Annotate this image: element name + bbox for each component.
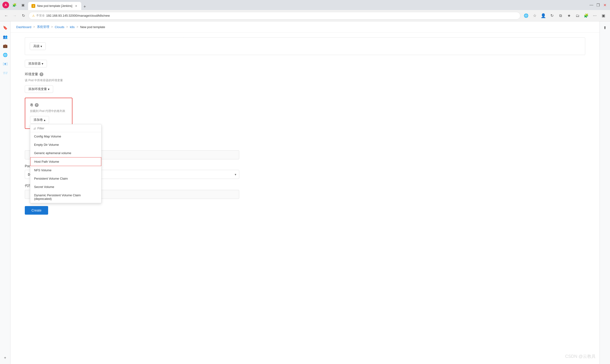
breadcrumb-current-page: New pod template bbox=[80, 25, 105, 29]
spacer bbox=[25, 138, 585, 150]
main-area: 🔖 👥 💼 🌐 📧 📨 + Dashboard > 系统管理 > Clouds … bbox=[0, 21, 610, 364]
profile-avatar[interactable]: A bbox=[2, 2, 9, 8]
env-help-icon[interactable]: ? bbox=[39, 72, 43, 76]
sidebar-add-icon[interactable]: + bbox=[1, 354, 9, 362]
forward-button[interactable]: → bbox=[12, 13, 18, 19]
dropdown-item-dynamic-pvc[interactable]: Dynamic Persistent Volume Claim (depreca… bbox=[30, 191, 101, 203]
dropdown-item-host-path[interactable]: Host Path Volume bbox=[30, 157, 101, 166]
dropdown-item-config-map[interactable]: Config Map Volume bbox=[30, 132, 101, 141]
refresh-page-button[interactable]: ↻ bbox=[548, 12, 556, 20]
browser-icon[interactable]: ▣ bbox=[20, 2, 26, 8]
add-container-wrapper: 添加容器 ▾ bbox=[25, 60, 585, 67]
address-bar[interactable]: ⚠ 不安全 192.168.93.145:32000/manage/cloud/… bbox=[29, 12, 520, 20]
add-env-chevron: ▾ bbox=[48, 87, 50, 91]
env-label: 环境变量 ? bbox=[25, 72, 585, 77]
sidebar-users-icon[interactable]: 👥 bbox=[1, 33, 9, 40]
right-sidebar-icon-1[interactable]: ⬆ bbox=[601, 24, 609, 31]
dropdown-item-secret[interactable]: Secret Volume bbox=[30, 183, 101, 191]
volumes-description: 挂载到 Pod 代理中的卷列表 bbox=[30, 109, 67, 113]
security-warning-text: 不安全 bbox=[36, 13, 45, 18]
dropdown-filter-row: ⊿ bbox=[30, 124, 101, 132]
form-area: 高级 ▾ 添加容器 ▾ 环境变量 ? bbox=[11, 33, 599, 219]
volumes-wrapper: 卷 ? 挂载到 Pod 代理中的卷列表 添加卷 ▴ bbox=[25, 98, 585, 134]
dropdown-filter-input[interactable] bbox=[38, 127, 98, 130]
sidebar-toggle-button[interactable]: ▣ bbox=[599, 12, 607, 20]
idle-time-section: 代理的空闲存活时间（分） ? bbox=[25, 184, 585, 199]
breadcrumb-sep-3: > bbox=[66, 25, 68, 29]
create-button[interactable]: Create bbox=[25, 206, 48, 215]
window-close-button[interactable]: ✕ bbox=[602, 2, 608, 8]
sidebar-globe-icon[interactable]: 🌐 bbox=[1, 51, 9, 59]
add-container-chevron: ▾ bbox=[42, 62, 43, 65]
volumes-help-icon[interactable]: ? bbox=[35, 103, 39, 107]
breadcrumb: Dashboard > 系统管理 > Clouds > k8s > New po… bbox=[11, 21, 599, 33]
breadcrumb-sep-2: > bbox=[51, 25, 53, 29]
env-title-text: 环境变量 bbox=[25, 72, 38, 77]
breadcrumb-clouds[interactable]: Clouds bbox=[55, 25, 64, 29]
active-tab[interactable]: J New pod template [Jenkins] ✕ bbox=[28, 2, 81, 10]
extension-icon[interactable]: 🧩 bbox=[11, 2, 18, 8]
add-env-button[interactable]: 添加环境变量 ▾ bbox=[25, 85, 53, 93]
advanced-btn-label: 高级 bbox=[33, 44, 39, 48]
breadcrumb-system-admin[interactable]: 系统管理 bbox=[37, 25, 49, 29]
browser-toolbar: ← → ↻ ⚠ 不安全 192.168.93.145:32000/manage/… bbox=[0, 10, 610, 21]
dropdown-item-nfs[interactable]: NFS Volume bbox=[30, 166, 101, 174]
large-input-wrapper bbox=[25, 150, 585, 159]
back-button[interactable]: ← bbox=[3, 13, 10, 19]
add-container-label: 添加容器 bbox=[28, 62, 41, 66]
env-section: 环境变量 ? 该 Pod 中所有容器的环境变量 添加环境变量 ▾ bbox=[25, 72, 585, 93]
add-volume-label: 添加卷 bbox=[34, 118, 43, 122]
sidebar-briefcase-icon[interactable]: 💼 bbox=[1, 42, 9, 50]
filter-icon: ⊿ bbox=[33, 126, 36, 130]
url-text: 192.168.93.145:32000/manage/cloud/k8s/ne… bbox=[46, 14, 110, 17]
advanced-chevron-icon: ▾ bbox=[40, 45, 42, 48]
create-btn-wrapper: Create bbox=[25, 206, 585, 215]
page-content: Dashboard > 系统管理 > Clouds > k8s > New po… bbox=[11, 21, 599, 364]
pod-retention-label: Pod Retention ? bbox=[25, 164, 585, 168]
more-button[interactable]: ⋯ bbox=[591, 12, 598, 20]
bookmark-button[interactable]: ☆ bbox=[531, 12, 539, 20]
breadcrumb-sep-4: > bbox=[77, 25, 78, 29]
window-minimize-button[interactable]: — bbox=[589, 2, 594, 8]
idle-time-label: 代理的空闲存活时间（分） ? bbox=[25, 184, 585, 188]
dropdown-item-generic-ephemeral[interactable]: Generic ephemeral volume bbox=[30, 149, 101, 157]
breadcrumb-sep-1: > bbox=[33, 25, 35, 29]
tab-title: New pod template [Jenkins] bbox=[37, 4, 72, 8]
browser-frame: A 🧩 ▣ J New pod template [Jenkins] ✕ + —… bbox=[0, 0, 610, 364]
dropdown-item-empty-dir[interactable]: Empty Dir Volume bbox=[30, 141, 101, 149]
browser-right-sidebar: ⬆ bbox=[599, 21, 610, 364]
title-bar: A 🧩 ▣ J New pod template [Jenkins] ✕ + —… bbox=[0, 0, 610, 10]
breadcrumb-k8s[interactable]: k8s bbox=[70, 25, 75, 29]
advanced-expand-button[interactable]: 高级 ▾ bbox=[30, 42, 46, 50]
tab-favicon: J bbox=[31, 4, 35, 8]
favorites-button[interactable]: ★ bbox=[565, 12, 573, 20]
tab-bar: J New pod template [Jenkins] ✕ + bbox=[28, 0, 88, 10]
profile-button[interactable]: 👤 bbox=[539, 12, 547, 20]
refresh-button[interactable]: ↻ bbox=[20, 13, 27, 19]
collections-button[interactable]: 🗂 bbox=[574, 12, 581, 20]
add-volume-dropdown-container: 添加卷 ▴ ⊿ Config Ma bbox=[30, 116, 49, 124]
extensions-button[interactable]: 🧩 bbox=[582, 12, 590, 20]
new-tab-button[interactable]: + bbox=[81, 3, 88, 10]
translate-button[interactable]: 🌐 bbox=[522, 12, 530, 20]
dropdown-item-pvc[interactable]: Persistent Volume Claim bbox=[30, 174, 101, 183]
window-maximize-button[interactable]: ❐ bbox=[595, 2, 601, 8]
sidebar-send-icon[interactable]: 📨 bbox=[1, 69, 9, 77]
add-env-label: 添加环境变量 bbox=[28, 87, 47, 91]
volumes-section: 卷 ? 挂载到 Pod 代理中的卷列表 添加卷 ▴ bbox=[25, 98, 72, 129]
toolbar-icons: 🌐 ☆ 👤 ↻ ⧉ ★ 🗂 🧩 ⋯ ▣ bbox=[522, 12, 607, 20]
split-view-button[interactable]: ⧉ bbox=[557, 12, 564, 20]
breadcrumb-dashboard[interactable]: Dashboard bbox=[16, 25, 31, 29]
sidebar-email-icon[interactable]: 📧 bbox=[1, 60, 9, 68]
volumes-title-text: 卷 bbox=[30, 103, 33, 107]
env-description: 该 Pod 中所有容器的环境变量 bbox=[25, 78, 585, 82]
add-container-button[interactable]: 添加容器 ▾ bbox=[25, 60, 47, 67]
volumes-label: 卷 ? bbox=[30, 103, 67, 107]
sidebar-bookmark-icon[interactable]: 🔖 bbox=[1, 24, 9, 31]
tab-close-button[interactable]: ✕ bbox=[74, 4, 78, 8]
jenkins-right-sidebar: 🔖 👥 💼 🌐 📧 📨 + bbox=[0, 21, 11, 364]
pod-retention-section: Pod Retention ? Default ▾ bbox=[25, 164, 585, 179]
advanced-section: 高级 ▾ bbox=[25, 37, 585, 55]
security-warning-icon: ⚠ bbox=[32, 14, 35, 17]
add-volume-button[interactable]: 添加卷 ▴ bbox=[30, 116, 49, 124]
